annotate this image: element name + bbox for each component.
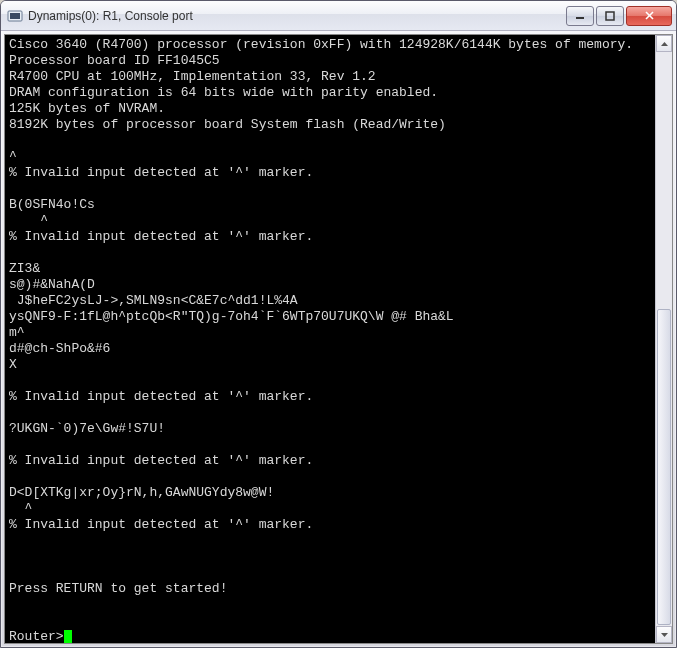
scroll-down-button[interactable]	[656, 626, 672, 643]
terminal-prompt: Router>	[9, 629, 64, 643]
maximize-icon	[605, 11, 615, 21]
terminal-line: J$heFC2ysLJ->,SMLN9sn<C&E7c^dd1!L%4A	[9, 293, 653, 309]
close-icon	[644, 10, 655, 21]
terminal-line: ?UKGN-`0)7e\Gw#!S7U!	[9, 421, 653, 437]
svg-rect-1	[10, 13, 20, 19]
terminal-line: 125K bytes of NVRAM.	[9, 101, 653, 117]
terminal-line	[9, 133, 653, 149]
terminal-line	[9, 613, 653, 629]
terminal-line: ysQNF9-F:1fL@h^ptcQb<R"TQ)g-7oh4`F`6WTp7…	[9, 309, 653, 325]
terminal-line: d#@ch-ShPo&#6	[9, 341, 653, 357]
terminal-line: % Invalid input detected at '^' marker.	[9, 389, 653, 405]
svg-rect-3	[606, 12, 614, 20]
terminal-line: ^	[9, 149, 653, 165]
terminal-line: ^	[9, 213, 653, 229]
terminal-line: ^	[9, 501, 653, 517]
window-controls	[564, 6, 672, 26]
client-area: Cisco 3640 (R4700) processor (revision 0…	[4, 34, 673, 644]
terminal-line: B(0SFN4o!Cs	[9, 197, 653, 213]
titlebar[interactable]: Dynamips(0): R1, Console port	[1, 1, 676, 31]
terminal-line	[9, 549, 653, 565]
terminal-line	[9, 469, 653, 485]
vertical-scrollbar[interactable]	[655, 35, 672, 643]
terminal-prompt-line[interactable]: Router>	[9, 629, 653, 643]
svg-rect-2	[576, 17, 584, 19]
scroll-up-button[interactable]	[656, 35, 672, 52]
terminal-line: % Invalid input detected at '^' marker.	[9, 453, 653, 469]
terminal-line: DRAM configuration is 64 bits wide with …	[9, 85, 653, 101]
terminal-line: % Invalid input detected at '^' marker.	[9, 517, 653, 533]
terminal-line	[9, 597, 653, 613]
window-title: Dynamips(0): R1, Console port	[28, 9, 564, 23]
terminal-line: 8192K bytes of processor board System fl…	[9, 117, 653, 133]
scrollbar-track[interactable]	[656, 52, 672, 626]
terminal-line: Processor board ID FF1045C5	[9, 53, 653, 69]
chevron-down-icon	[661, 633, 668, 637]
terminal-output[interactable]: Cisco 3640 (R4700) processor (revision 0…	[5, 35, 655, 643]
minimize-icon	[575, 11, 585, 21]
terminal-line	[9, 181, 653, 197]
chevron-up-icon	[661, 42, 668, 46]
terminal-line: D<D[XTKg|xr;Oy}rN,h,GAwNUGYdy8w@W!	[9, 485, 653, 501]
terminal-line: R4700 CPU at 100MHz, Implementation 33, …	[9, 69, 653, 85]
terminal-line	[9, 373, 653, 389]
terminal-line	[9, 565, 653, 581]
terminal-line: ZI3&	[9, 261, 653, 277]
terminal-line: Press RETURN to get started!	[9, 581, 653, 597]
terminal-line: s@)#&NahA(D	[9, 277, 653, 293]
terminal-line: X	[9, 357, 653, 373]
maximize-button[interactable]	[596, 6, 624, 26]
svg-marker-7	[661, 633, 668, 637]
terminal-line	[9, 437, 653, 453]
svg-marker-6	[661, 42, 668, 46]
terminal-line	[9, 405, 653, 421]
terminal-line: m^	[9, 325, 653, 341]
terminal-line: % Invalid input detected at '^' marker.	[9, 229, 653, 245]
terminal-line: % Invalid input detected at '^' marker.	[9, 165, 653, 181]
close-button[interactable]	[626, 6, 672, 26]
terminal-line: Cisco 3640 (R4700) processor (revision 0…	[9, 37, 653, 53]
terminal-line	[9, 533, 653, 549]
minimize-button[interactable]	[566, 6, 594, 26]
scrollbar-thumb[interactable]	[657, 309, 671, 625]
terminal-line	[9, 245, 653, 261]
terminal-cursor	[64, 630, 72, 643]
app-window: Dynamips(0): R1, Console port Cisco 3640…	[0, 0, 677, 648]
app-icon	[7, 8, 23, 24]
